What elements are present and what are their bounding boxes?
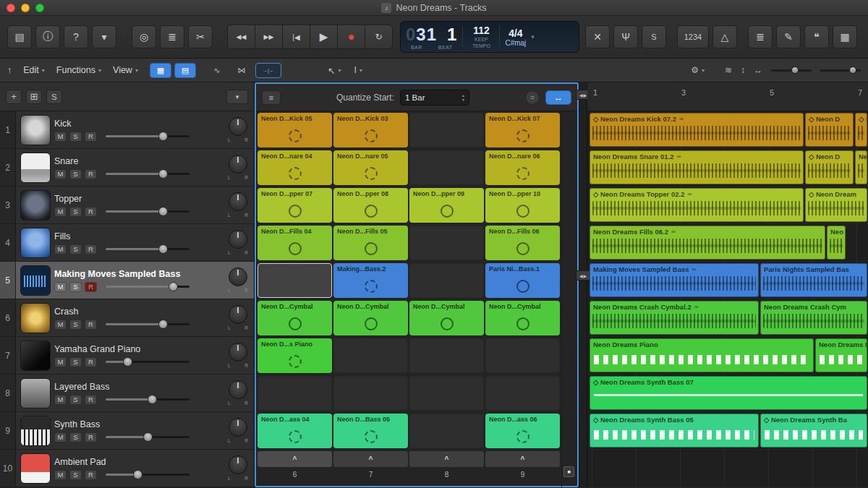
pan-knob[interactable] xyxy=(229,117,247,136)
rewind-button[interactable]: ◀◀ xyxy=(227,25,255,49)
pan-knob[interactable] xyxy=(229,192,247,211)
loop-cell[interactable]: Neon D...nare 06 xyxy=(485,150,560,185)
loop-cell[interactable]: Neon D...Kick 03 xyxy=(333,113,408,147)
vertical-zoom-slider[interactable] xyxy=(771,69,812,72)
empty-loop-cell[interactable] xyxy=(409,226,484,260)
zoom-window-button[interactable] xyxy=(35,4,44,12)
loop-cell[interactable]: Neon D...s Piano xyxy=(258,338,332,373)
mute-button[interactable]: M xyxy=(54,320,67,330)
audio-region[interactable]: ◇ Neon Dream xyxy=(805,188,867,222)
midi-region[interactable]: Neon Dreams P xyxy=(815,338,867,372)
track-row-yamaha-grand-piano[interactable]: 7 Yamaha Grand Piano M S R LR xyxy=(0,337,254,374)
smart-controls-button[interactable]: ◎ xyxy=(132,25,156,48)
snap-to-grid-button[interactable]: →|← xyxy=(255,63,281,78)
library-button[interactable]: ▤ xyxy=(7,25,32,48)
functions-menu[interactable]: Functions▾ xyxy=(56,65,101,75)
secondary-tool-selector[interactable]: I▾ xyxy=(354,65,362,75)
solo-button[interactable]: S xyxy=(69,395,82,405)
vertical-auto-zoom-button[interactable]: ↕ xyxy=(741,65,745,75)
scene-trigger-button[interactable]: ^ xyxy=(258,451,332,467)
cycle-button[interactable]: ↻ xyxy=(365,25,393,49)
quantize-start-dropdown[interactable]: 1 Bar▴▾ xyxy=(400,90,469,106)
flex-button[interactable]: ⋈ xyxy=(231,63,252,78)
pan-knob[interactable] xyxy=(229,305,247,324)
solo-button[interactable]: S xyxy=(69,320,82,330)
loop-cell[interactable]: Neon D...pper 08 xyxy=(333,188,408,223)
scene-trigger-button[interactable]: ^ xyxy=(409,451,484,467)
empty-loop-cell[interactable] xyxy=(485,376,560,411)
solo-button[interactable]: S xyxy=(69,169,82,179)
loop-cell[interactable]: Neon D...ass 04 xyxy=(258,414,332,448)
list-editors-button[interactable]: ≣ xyxy=(748,25,773,48)
mute-button[interactable]: M xyxy=(54,244,67,254)
midi-region[interactable]: ◇ Neon Dreams Synth Bass 07 xyxy=(590,376,867,410)
record-enable-button[interactable]: R xyxy=(85,282,97,292)
forward-button[interactable]: ▶▶ xyxy=(255,25,283,49)
record-enable-button[interactable]: R xyxy=(85,132,97,142)
solo-button[interactable]: S xyxy=(69,132,82,142)
empty-loop-cell[interactable] xyxy=(258,376,332,411)
audio-region[interactable]: Neon Dreams Crash Cymbal.2∞ xyxy=(590,301,759,335)
stop-all-cells-button[interactable]: ■ xyxy=(563,466,574,477)
pan-knob[interactable] xyxy=(229,230,247,249)
mute-button[interactable]: M xyxy=(54,432,67,442)
loop-cell[interactable]: Neon D...Bass 05 xyxy=(333,414,408,448)
track-row-ambient-pad[interactable]: 10 Ambient Pad M S R LR xyxy=(0,450,254,487)
loop-cell[interactable]: Neon D...pper 10 xyxy=(485,188,560,223)
grid-tracks-swap-button[interactable]: ↔ xyxy=(545,90,571,105)
bar-ruler[interactable]: 1 3 5 7 xyxy=(587,82,868,111)
pan-knob[interactable] xyxy=(229,267,247,286)
volume-slider[interactable] xyxy=(106,210,190,213)
volume-slider[interactable] xyxy=(106,173,190,175)
volume-slider[interactable] xyxy=(106,361,190,363)
link-button[interactable]: ○ xyxy=(525,90,540,105)
loop-cell[interactable]: Neon D...nare 04 xyxy=(258,150,332,185)
count-in-button[interactable]: 1234 xyxy=(677,25,709,48)
volume-slider[interactable] xyxy=(106,474,190,476)
empty-timeline-row[interactable] xyxy=(587,450,868,487)
solo-button[interactable]: S xyxy=(69,470,82,480)
master-stop-button[interactable]: ✕ xyxy=(585,25,610,48)
track-header-options-button[interactable]: ▾ xyxy=(226,90,248,104)
track-row-crash[interactable]: 6 Crash M S R LR xyxy=(0,299,254,337)
quick-help-button[interactable]: ? xyxy=(64,25,88,48)
view-menu[interactable]: View▾ xyxy=(113,65,138,75)
record-button[interactable]: ● xyxy=(337,25,365,49)
loop-cell[interactable]: Neon D...Fills 05 xyxy=(333,226,408,260)
empty-loop-cell[interactable] xyxy=(485,338,560,373)
close-window-button[interactable] xyxy=(7,4,15,12)
loop-cell[interactable]: Paris Ni...Bass.1 xyxy=(485,263,560,298)
stop-button[interactable]: |◀ xyxy=(282,25,310,49)
audio-region[interactable]: Making Moves Sampled Bass∞ xyxy=(590,263,759,297)
empty-loop-cell[interactable] xyxy=(409,414,484,448)
audio-region[interactable]: Neon Dreams Crash Cym xyxy=(760,301,867,335)
mute-button[interactable]: M xyxy=(54,470,67,480)
tuner-button[interactable]: Ψ xyxy=(613,25,638,48)
edit-menu[interactable]: Edit▾ xyxy=(23,65,45,75)
note-pads-button[interactable]: ✎ xyxy=(776,25,801,48)
play-button[interactable]: ▶ xyxy=(310,25,338,49)
lcd-display[interactable]: 031 1 BAR BEAT 112 KEEP TEMPO 4/4 C#maj … xyxy=(400,21,579,53)
empty-loop-cell[interactable] xyxy=(333,376,408,411)
track-row-kick[interactable]: 1 Kick M S R LR xyxy=(0,111,254,149)
mute-button[interactable]: M xyxy=(54,207,67,217)
duplicate-track-button[interactable]: ⊞ xyxy=(26,90,42,104)
audio-region[interactable]: Neon Dreams Fills 06.2∞ xyxy=(590,226,825,260)
loop-cell[interactable]: Making...Bass.2 xyxy=(333,263,408,298)
loop-cell[interactable]: Neon D...ass 06 xyxy=(485,414,560,448)
loop-cell[interactable]: Neon D...Kick 07 xyxy=(485,113,560,147)
record-enable-button[interactable]: R xyxy=(85,320,97,330)
loop-cell[interactable]: Neon D...Cymbal xyxy=(409,301,484,335)
editors-button[interactable]: ✂ xyxy=(188,25,213,48)
mute-button[interactable]: M xyxy=(54,169,67,179)
grid-tracks-divider[interactable]: ◀▶ ◀▶ xyxy=(579,82,587,487)
tracks-view-button[interactable]: ▤ xyxy=(174,63,196,78)
inspector-button[interactable]: ⓘ xyxy=(35,25,60,48)
solo-mode-button[interactable]: S xyxy=(642,25,666,48)
midi-region[interactable]: Neon Dreams Piano xyxy=(590,338,814,372)
record-enable-button[interactable]: R xyxy=(85,470,97,480)
grid-options-button[interactable]: ≡ xyxy=(262,90,281,105)
track-row-topper[interactable]: 3 Topper M S R LR xyxy=(0,187,254,224)
global-solo-button[interactable]: S xyxy=(46,90,62,104)
solo-button[interactable]: S xyxy=(69,282,82,292)
